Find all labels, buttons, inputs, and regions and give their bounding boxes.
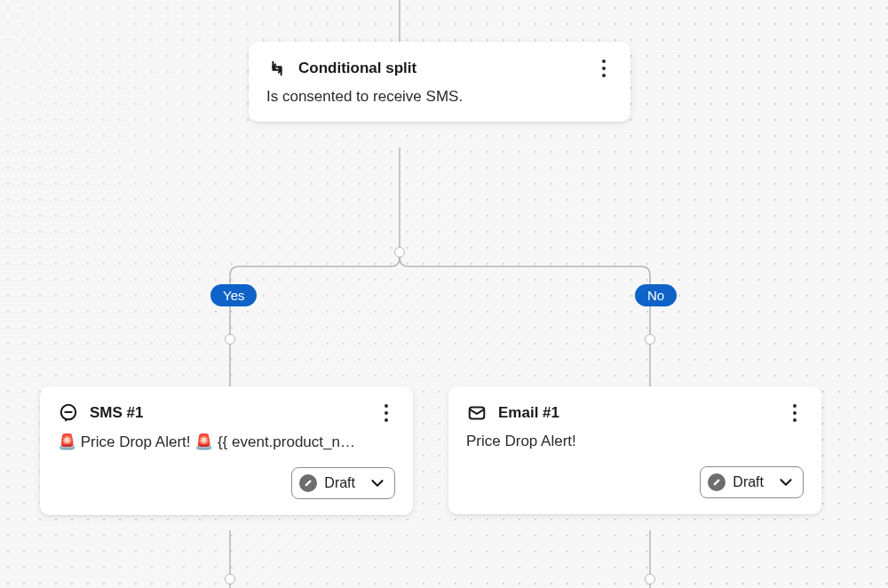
flow-node-dot	[645, 574, 655, 584]
email-step-card[interactable]: Email #1 Price Drop Alert! Draft	[448, 386, 821, 514]
status-select[interactable]: Draft	[700, 466, 804, 498]
split-arrows-icon	[266, 58, 288, 79]
conditional-split-card[interactable]: Conditional split Is consented to receiv…	[249, 42, 630, 122]
sms-step-card[interactable]: SMS #1 🚨 Price Drop Alert! 🚨 {{ event.pr…	[40, 386, 413, 515]
chevron-down-icon	[368, 473, 387, 493]
flow-node-dot	[645, 334, 655, 345]
branch-pill-yes: Yes	[210, 284, 257, 306]
card-title: SMS #1	[90, 404, 367, 422]
draft-status-icon	[708, 473, 725, 491]
branch-pill-no: No	[635, 284, 677, 306]
card-description: Price Drop Alert!	[466, 433, 804, 450]
status-label: Draft	[733, 474, 764, 490]
status-label: Draft	[324, 475, 355, 491]
chevron-down-icon	[776, 473, 796, 492]
email-icon	[466, 402, 488, 424]
card-description: 🚨 Price Drop Alert! 🚨 {{ event.product_n…	[58, 433, 395, 451]
card-menu-button[interactable]	[377, 402, 395, 424]
card-title: Email #1	[498, 404, 775, 422]
flow-node-dot	[225, 574, 235, 584]
card-menu-button[interactable]	[786, 402, 804, 424]
flow-node-dot	[394, 247, 405, 258]
status-select[interactable]: Draft	[291, 467, 395, 499]
draft-status-icon	[299, 474, 317, 492]
card-title: Conditional split	[298, 60, 584, 77]
sms-icon	[58, 402, 79, 424]
card-menu-button[interactable]	[595, 58, 613, 79]
card-description: Is consented to receive SMS.	[266, 88, 613, 106]
flow-node-dot	[225, 334, 235, 345]
